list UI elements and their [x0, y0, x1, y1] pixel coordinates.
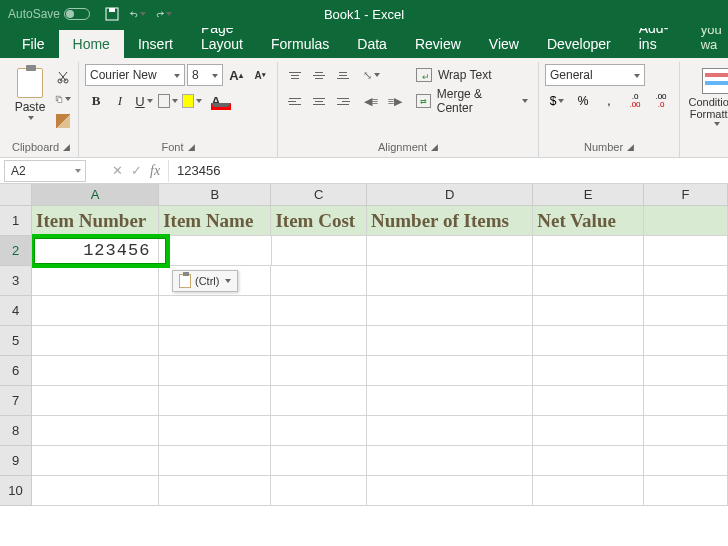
merge-center-button[interactable]: ⇄ Merge & Center [412, 90, 532, 112]
bold-button[interactable]: B [85, 90, 107, 112]
redo-icon[interactable] [156, 6, 172, 22]
cell-e4[interactable] [533, 296, 643, 326]
col-header-e[interactable]: E [533, 184, 643, 206]
italic-button[interactable]: I [109, 90, 131, 112]
cell-c2[interactable] [272, 236, 368, 266]
increase-indent-button[interactable]: ≡▶ [384, 90, 406, 112]
clipboard-dialog-launcher[interactable]: ◢ [63, 142, 70, 152]
col-header-d[interactable]: D [367, 184, 533, 206]
row-header-5[interactable]: 5 [0, 326, 32, 356]
cell-d9[interactable] [367, 446, 533, 476]
cut-button[interactable] [54, 68, 72, 86]
tab-data[interactable]: Data [343, 30, 401, 58]
align-middle-button[interactable] [308, 64, 330, 86]
row-header-9[interactable]: 9 [0, 446, 32, 476]
cell-f6[interactable] [644, 356, 728, 386]
align-center-button[interactable] [308, 90, 330, 112]
cell-f10[interactable] [644, 476, 728, 506]
wrap-text-button[interactable]: Wrap Text [412, 64, 532, 86]
cell-f1[interactable] [644, 206, 728, 236]
col-header-b[interactable]: B [159, 184, 271, 206]
cell-f9[interactable] [644, 446, 728, 476]
cell-a7[interactable] [32, 386, 159, 416]
col-header-f[interactable]: F [644, 184, 728, 206]
cell-d4[interactable] [367, 296, 533, 326]
font-name-combo[interactable]: Courier New [85, 64, 185, 86]
cell-e8[interactable] [533, 416, 643, 446]
font-size-combo[interactable]: 8 [187, 64, 223, 86]
cell-e9[interactable] [533, 446, 643, 476]
cell-c10[interactable] [271, 476, 367, 506]
tab-insert[interactable]: Insert [124, 30, 187, 58]
cell-b10[interactable] [159, 476, 271, 506]
tab-formulas[interactable]: Formulas [257, 30, 343, 58]
align-bottom-button[interactable] [332, 64, 354, 86]
cell-d10[interactable] [367, 476, 533, 506]
cell-e10[interactable] [533, 476, 643, 506]
cell-f7[interactable] [644, 386, 728, 416]
cell-d2[interactable] [367, 236, 533, 266]
cell-e6[interactable] [533, 356, 643, 386]
cell-e1[interactable]: Net Value [533, 206, 643, 236]
increase-decimal-button[interactable]: .0.00 [623, 90, 647, 112]
align-right-button[interactable] [332, 90, 354, 112]
cell-c6[interactable] [271, 356, 367, 386]
number-format-combo[interactable]: General [545, 64, 645, 86]
cell-f5[interactable] [644, 326, 728, 356]
cell-e3[interactable] [533, 266, 643, 296]
copy-button[interactable] [54, 90, 72, 108]
orientation-button[interactable]: ⤡ [360, 64, 382, 86]
autosave-toggle[interactable]: AutoSave [8, 7, 90, 21]
fill-color-button[interactable] [181, 90, 203, 112]
cell-b7[interactable] [159, 386, 271, 416]
cell-b2[interactable] [159, 236, 271, 266]
underline-button[interactable]: U [133, 90, 155, 112]
cell-e7[interactable] [533, 386, 643, 416]
cell-c4[interactable] [271, 296, 367, 326]
tab-view[interactable]: View [475, 30, 533, 58]
cell-f8[interactable] [644, 416, 728, 446]
decrease-font-button[interactable]: A▾ [249, 64, 271, 86]
cell-a5[interactable] [32, 326, 159, 356]
comma-format-button[interactable]: , [597, 90, 621, 112]
row-header-10[interactable]: 10 [0, 476, 32, 506]
col-header-a[interactable]: A [32, 184, 159, 206]
font-color-button[interactable]: A [205, 90, 227, 112]
row-header-8[interactable]: 8 [0, 416, 32, 446]
paste-button[interactable]: Paste [10, 64, 50, 130]
select-all-corner[interactable] [0, 184, 32, 206]
border-button[interactable] [157, 90, 179, 112]
cell-f2[interactable] [644, 236, 728, 266]
row-header-4[interactable]: 4 [0, 296, 32, 326]
cell-a8[interactable] [32, 416, 159, 446]
cell-c5[interactable] [271, 326, 367, 356]
accounting-format-button[interactable]: $ [545, 90, 569, 112]
row-header-1[interactable]: 1 [0, 206, 32, 236]
format-painter-button[interactable] [54, 112, 72, 130]
tab-file[interactable]: File [8, 30, 59, 58]
cell-a10[interactable] [32, 476, 159, 506]
conditional-formatting-button[interactable]: Conditional Formatting [686, 64, 728, 130]
cell-d6[interactable] [367, 356, 533, 386]
cell-d5[interactable] [367, 326, 533, 356]
cell-c1[interactable]: Item Cost [271, 206, 367, 236]
tab-developer[interactable]: Developer [533, 30, 625, 58]
cell-c9[interactable] [271, 446, 367, 476]
cell-b8[interactable] [159, 416, 271, 446]
cell-b4[interactable] [159, 296, 271, 326]
name-box[interactable]: A2 [4, 160, 86, 182]
cell-b1[interactable]: Item Name [159, 206, 271, 236]
row-header-2[interactable]: 2 [0, 236, 32, 266]
cell-f3[interactable] [644, 266, 728, 296]
col-header-c[interactable]: C [271, 184, 366, 206]
cell-a6[interactable] [32, 356, 159, 386]
cell-d8[interactable] [367, 416, 533, 446]
percent-format-button[interactable]: % [571, 90, 595, 112]
cell-a3[interactable] [32, 266, 159, 296]
row-header-6[interactable]: 6 [0, 356, 32, 386]
cell-a2[interactable]: 123456 [32, 236, 159, 266]
decrease-decimal-button[interactable]: .00.0 [649, 90, 673, 112]
decrease-indent-button[interactable]: ◀≡ [360, 90, 382, 112]
cell-d1[interactable]: Number of Items [367, 206, 533, 236]
cell-b9[interactable] [159, 446, 271, 476]
